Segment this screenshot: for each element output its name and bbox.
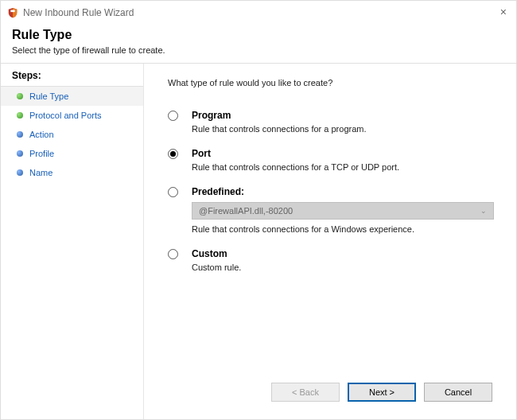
bullet-icon (17, 131, 23, 138)
option-desc: Rule that controls connections for a TCP… (192, 162, 497, 172)
radio-program[interactable] (168, 111, 178, 121)
step-profile[interactable]: Profile (1, 144, 143, 163)
page-subtitle: Select the type of firewall rule to crea… (12, 45, 505, 55)
step-label: Action (29, 130, 54, 139)
steps-heading: Steps: (1, 70, 143, 87)
title-bar: New Inbound Rule Wizard × (1, 1, 516, 25)
window-title: New Inbound Rule Wizard (23, 7, 134, 18)
back-button: < Back (271, 383, 340, 402)
steps-sidebar: Steps: Rule Type Protocol and Ports Acti… (1, 64, 144, 419)
step-label: Name (29, 168, 52, 177)
bullet-icon (17, 112, 23, 119)
option-title: Program (192, 110, 497, 121)
cancel-button[interactable]: Cancel (424, 383, 492, 402)
shield-icon (7, 7, 18, 18)
step-name[interactable]: Name (1, 163, 143, 182)
predefined-combo: @FirewallAPI.dll,-80200 ⌄ (192, 202, 494, 220)
wizard-body: Steps: Rule Type Protocol and Ports Acti… (1, 64, 516, 419)
option-desc: Rule that controls connections for a pro… (192, 124, 497, 134)
next-button[interactable]: Next > (348, 383, 416, 402)
chevron-down-icon: ⌄ (480, 207, 487, 215)
bullet-icon (17, 169, 23, 176)
option-custom[interactable]: Custom Custom rule. (168, 248, 497, 272)
content-pane: What type of rule would you like to crea… (144, 64, 516, 419)
step-protocol-and-ports[interactable]: Protocol and Ports (1, 106, 143, 125)
step-action[interactable]: Action (1, 125, 143, 144)
wizard-header: Rule Type Select the type of firewall ru… (1, 25, 516, 63)
bullet-icon (17, 150, 23, 157)
radio-predefined[interactable] (168, 187, 178, 197)
bullet-icon (17, 93, 23, 99)
radio-custom[interactable] (168, 249, 178, 259)
combo-value: @FirewallAPI.dll,-80200 (199, 206, 293, 216)
wizard-window: New Inbound Rule Wizard × Rule Type Sele… (0, 0, 517, 420)
step-rule-type[interactable]: Rule Type (1, 87, 143, 106)
option-title: Port (192, 148, 497, 159)
radio-port[interactable] (168, 149, 178, 159)
option-port[interactable]: Port Rule that controls connections for … (168, 148, 497, 172)
option-predefined[interactable]: Predefined: @FirewallAPI.dll,-80200 ⌄ Ru… (168, 186, 497, 234)
option-desc: Custom rule. (192, 262, 497, 272)
step-label: Rule Type (29, 91, 68, 101)
option-desc: Rule that controls connections for a Win… (192, 224, 497, 234)
page-title: Rule Type (12, 28, 505, 42)
option-title: Predefined: (192, 186, 497, 197)
step-label: Profile (29, 149, 54, 158)
option-program[interactable]: Program Rule that controls connections f… (168, 110, 497, 134)
close-icon[interactable]: × (500, 6, 507, 18)
step-label: Protocol and Ports (29, 111, 102, 120)
prompt-text: What type of rule would you like to crea… (168, 78, 497, 88)
wizard-footer: < Back Next > Cancel (168, 375, 497, 410)
option-title: Custom (192, 248, 497, 259)
